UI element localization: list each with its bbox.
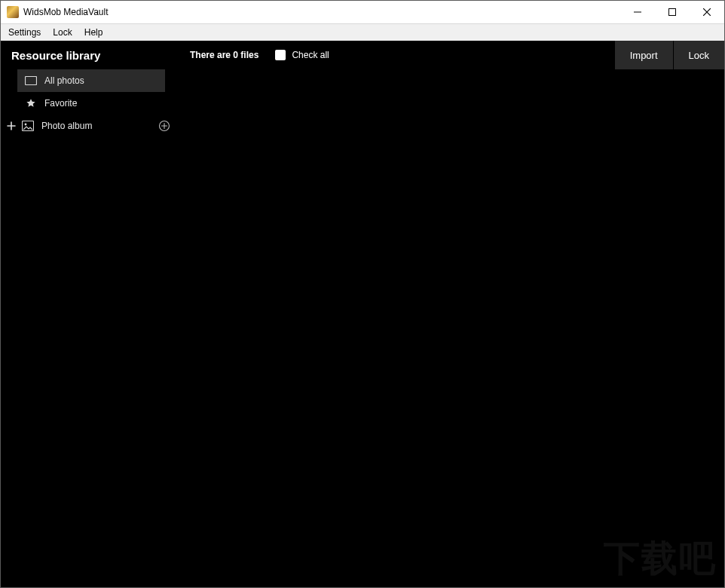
app-body: Resource library All photos Favorite	[1, 41, 724, 587]
menu-settings[interactable]: Settings	[2, 24, 47, 41]
check-all-label: Check all	[292, 50, 329, 60]
menu-help[interactable]: Help	[78, 24, 109, 41]
star-icon	[25, 97, 37, 109]
add-album-icon[interactable]	[158, 119, 171, 133]
import-button[interactable]: Import	[615, 41, 673, 69]
minimize-button[interactable]	[620, 1, 655, 23]
svg-rect-1	[26, 77, 37, 85]
picture-icon	[22, 120, 34, 132]
sidebar-title: Resource library	[1, 41, 179, 69]
maximize-button[interactable]	[655, 1, 690, 23]
sidebar-item-label: All photos	[44, 75, 84, 86]
svg-rect-0	[669, 9, 676, 16]
sidebar-item-favorite[interactable]: Favorite	[17, 92, 165, 115]
file-count-status: There are 0 files	[179, 50, 258, 60]
titlebar: WidsMob MediaVault	[1, 1, 724, 24]
sidebar-item-label: Favorite	[44, 98, 77, 109]
sidebar-item-photo-album[interactable]: Photo album	[1, 115, 179, 137]
watermark-text: 下载吧	[604, 534, 717, 583]
menubar: Settings Lock Help	[1, 24, 724, 41]
svg-point-3	[25, 124, 27, 126]
app-window: WidsMob MediaVault Settings Lock Help Re…	[0, 0, 725, 588]
app-icon	[7, 6, 19, 18]
sidebar-item-all-photos[interactable]: All photos	[17, 69, 165, 92]
lock-button[interactable]: Lock	[674, 41, 724, 69]
sidebar-item-label: Photo album	[41, 121, 158, 131]
check-all-checkbox[interactable]	[275, 50, 286, 60]
window-title: WidsMob MediaVault	[23, 7, 109, 17]
check-all-control[interactable]: Check all	[275, 50, 329, 60]
content-area: 下载吧	[179, 69, 724, 587]
main-pane: There are 0 files Check all Import Lock …	[179, 41, 724, 587]
photo-rect-icon	[25, 75, 37, 87]
sidebar: Resource library All photos Favorite	[1, 41, 179, 587]
close-button[interactable]	[690, 1, 724, 23]
menu-lock[interactable]: Lock	[47, 24, 78, 41]
plus-icon[interactable]	[5, 121, 17, 130]
topbar: There are 0 files Check all Import Lock	[179, 41, 724, 69]
